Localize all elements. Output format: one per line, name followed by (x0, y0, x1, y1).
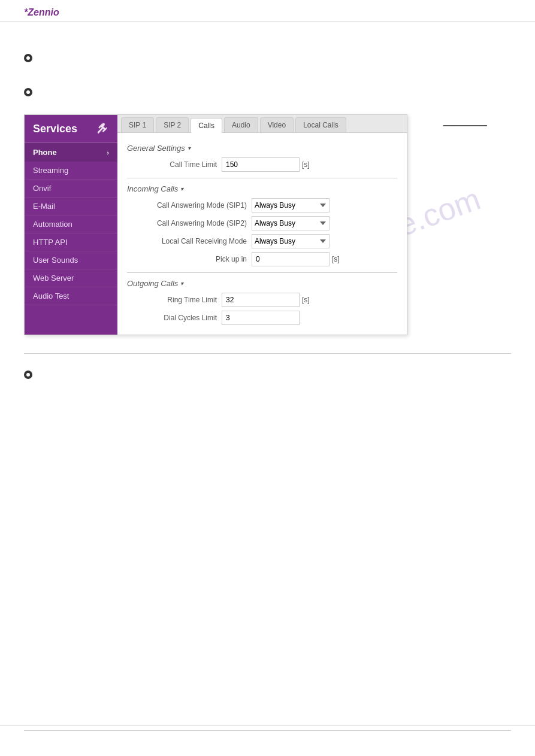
logo: *Zennio (24, 7, 511, 18)
tab-audio[interactable]: Audio (224, 117, 258, 132)
call-time-limit-unit: [s] (302, 160, 310, 169)
bullet-item-bottom (24, 369, 511, 379)
sidebar-item-automation[interactable]: Automation (25, 215, 117, 233)
bottom-section (24, 353, 511, 379)
dial-cycles-input[interactable] (222, 311, 300, 325)
divider-2 (127, 272, 397, 273)
sidebar-item-audio-test[interactable]: Audio Test (25, 287, 117, 305)
header: *Zennio (0, 0, 535, 22)
bullet-dot-1 (24, 54, 32, 62)
phone-label: Phone (33, 148, 57, 157)
dial-cycles-row: Dial Cycles Limit (127, 311, 397, 325)
tab-calls[interactable]: Calls (191, 118, 222, 133)
call-time-limit-label: Call Time Limit (133, 160, 217, 169)
sip1-mode-select[interactable]: Always Busy Auto Answer Manual (252, 198, 330, 212)
sip2-mode-select[interactable]: Always Busy Auto Answer Manual (252, 216, 330, 230)
bullet-item-2 (24, 86, 511, 96)
divider-1 (127, 178, 397, 178)
pickup-input[interactable] (252, 252, 330, 266)
sidebar-item-onvif[interactable]: Onvif (25, 180, 117, 198)
logo-name: Zennio (28, 7, 59, 17)
general-settings-arrow: ▾ (188, 145, 191, 151)
ring-time-row: Ring Time Limit [s] (127, 293, 397, 307)
tabs-bar: SIP 1 SIP 2 Calls Audio Video (117, 115, 407, 133)
bullet-item-1 (24, 52, 511, 62)
page-content: manualarchive.com ___________ Services (0, 22, 535, 400)
incoming-calls-arrow: ▾ (180, 186, 183, 192)
sidebar-header: Services (25, 115, 117, 143)
phone-chevron: › (107, 149, 109, 156)
call-time-limit-row: Call Time Limit [s] (127, 157, 397, 172)
dial-cycles-label: Dial Cycles Limit (133, 314, 217, 322)
bullet-dot-2 (24, 88, 32, 96)
sip1-mode-row: Call Answering Mode (SIP1) Always Busy A… (127, 198, 397, 212)
page-footer (0, 725, 535, 738)
general-settings-header[interactable]: General Settings ▾ (127, 144, 397, 153)
tab-local-calls[interactable]: Local Calls (295, 117, 346, 132)
sip2-mode-row: Call Answering Mode (SIP2) Always Busy A… (127, 216, 397, 230)
incoming-calls-header[interactable]: Incoming Calls ▾ (127, 184, 397, 193)
bullet-dot-bottom (24, 371, 32, 379)
settings-content: General Settings ▾ Call Time Limit [s] I… (117, 133, 407, 335)
outgoing-calls-header[interactable]: Outgoing Calls ▾ (127, 279, 397, 288)
pickup-row: Pick up in [s] (127, 252, 397, 266)
outgoing-calls-arrow: ▾ (180, 280, 183, 287)
tab-sip1[interactable]: SIP 1 (121, 117, 154, 132)
sidebar-title: Services (33, 123, 77, 135)
sidebar-item-web-server[interactable]: Web Server (25, 269, 117, 287)
ring-time-input[interactable] (222, 293, 300, 307)
sip1-mode-label: Call Answering Mode (SIP1) (133, 201, 247, 210)
sip2-mode-label: Call Answering Mode (SIP2) (133, 219, 247, 227)
ring-time-unit: [s] (302, 296, 310, 304)
tools-icon (96, 122, 109, 135)
screenshot-container: Services Phone › Streaming Onvif (24, 114, 511, 335)
sidebar-phone-section[interactable]: Phone › (25, 143, 117, 162)
local-mode-row: Local Call Receiving Mode Always Busy Au… (127, 234, 397, 248)
sidebar-item-streaming[interactable]: Streaming (25, 162, 117, 180)
pickup-unit: [s] (332, 255, 340, 263)
pickup-label: Pick up in (133, 255, 247, 263)
tab-sip2[interactable]: SIP 2 (156, 117, 189, 132)
tab-video[interactable]: Video (260, 117, 294, 132)
ring-time-label: Ring Time Limit (133, 296, 217, 304)
sidebar-item-http-api[interactable]: HTTP API (25, 233, 117, 251)
services-panel: Services Phone › Streaming Onvif (24, 114, 407, 335)
call-time-limit-input[interactable] (222, 157, 300, 172)
local-mode-label: Local Call Receiving Mode (133, 237, 247, 245)
main-content: SIP 1 SIP 2 Calls Audio Video (117, 115, 407, 335)
sidebar: Services Phone › Streaming Onvif (25, 115, 117, 335)
sidebar-item-user-sounds[interactable]: User Sounds (25, 251, 117, 269)
local-mode-select[interactable]: Always Busy Auto Answer Manual (252, 234, 330, 248)
sidebar-item-email[interactable]: E-Mail (25, 198, 117, 215)
